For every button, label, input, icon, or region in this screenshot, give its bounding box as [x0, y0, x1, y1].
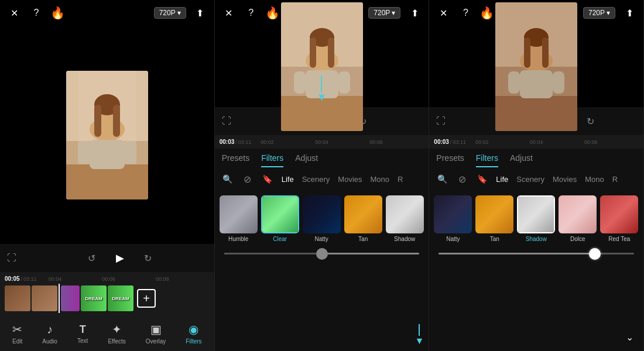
cat-movies-3[interactable]: Movies — [550, 175, 579, 184]
filter-tabs-2: Presets Filters Adjust — [215, 149, 429, 167]
help-button-1[interactable]: ? — [28, 5, 44, 21]
topbar-left-3: ✕ ? 🔥 — [435, 5, 494, 21]
filter-humble[interactable]: Humble — [220, 195, 258, 242]
topbar-right-3: 720P ▾ ⬆ — [583, 5, 638, 21]
tab-filters-2[interactable]: Filters — [261, 153, 283, 167]
timeline-ruler-3: 00:03 / 03:11 00:02 00:04 00:06 — [429, 137, 643, 146]
filter-thumb-shadow-3 — [517, 195, 555, 233]
filter-thumb-natty — [303, 195, 341, 233]
svg-rect-18 — [310, 37, 316, 68]
tab-filters-3[interactable]: Filters — [476, 153, 498, 167]
video-preview-3 — [429, 26, 643, 107]
cat-movies-2[interactable]: Movies — [335, 175, 364, 184]
tab-presets-3[interactable]: Presets — [436, 153, 464, 167]
help-button-2[interactable]: ? — [243, 5, 259, 21]
svg-rect-8 — [113, 105, 120, 137]
cat-mono-2[interactable]: Mono — [368, 175, 392, 184]
topbar-left-2: ✕ ? 🔥 — [221, 5, 280, 21]
svg-rect-10 — [78, 141, 90, 164]
bookmark-icon-3[interactable]: 🔖 — [474, 171, 490, 187]
filter-thumb-natty-3 — [434, 195, 472, 233]
tool-overlay[interactable]: ▣ Overlay — [141, 320, 170, 347]
svg-rect-9 — [90, 140, 125, 169]
play-btn-1[interactable]: ▶ — [111, 249, 129, 267]
cat-life-3[interactable]: Life — [494, 175, 511, 184]
expand-collapse-btn-3[interactable]: ⌄ — [620, 328, 639, 346]
track-thumb-3 — [61, 285, 80, 311]
timeline-2: 00:03 / 03:11 00:02 00:04 00:06 — [215, 135, 429, 149]
svg-rect-25 — [495, 96, 577, 131]
tool-edit[interactable]: ✂ Edit — [8, 320, 27, 347]
timeline-1: 00:05 / 03:11 00:04 00:06 00:08 DREAM DR… — [0, 272, 214, 316]
timeline-ruler-2: 00:03 / 03:11 00:02 00:04 00:06 — [215, 137, 429, 146]
filter-shadow-3[interactable]: Shadow — [517, 195, 555, 242]
filter-categories-2: 🔍 ⊘ 🔖 Life Scenery Movies Mono R — [215, 167, 429, 191]
expand-btn-1[interactable]: ⛶ — [5, 251, 19, 265]
slider-container-2 — [215, 247, 429, 260]
track-thumb-dream-2: DREAM — [108, 285, 133, 311]
panel-3: ✕ ? 🔥 720P ▾ ⬆ — [429, 0, 644, 351]
slider-container-3[interactable] — [429, 247, 643, 260]
close-button-1[interactable]: ✕ — [6, 5, 22, 21]
timeline-tracks-1[interactable]: DREAM DREAM + — [0, 283, 214, 314]
tool-text[interactable]: T Text — [73, 321, 93, 346]
cat-scenery-3[interactable]: Scenery — [514, 175, 547, 184]
filter-shadow[interactable]: Shadow — [386, 195, 424, 242]
quality-selector-1[interactable]: 720P ▾ — [154, 7, 186, 19]
expand-btn-3[interactable]: ⛶ — [434, 114, 448, 128]
flame-icon-1: 🔥 — [50, 6, 65, 20]
filter-clear[interactable]: Clear — [261, 195, 299, 242]
help-button-3[interactable]: ? — [457, 5, 474, 21]
bookmark-icon-2[interactable]: 🔖 — [259, 171, 276, 187]
tool-effects[interactable]: ✦ Effects — [103, 320, 130, 347]
filter-redtea-3[interactable]: Red Tea — [600, 195, 638, 242]
timeline-ruler-1: 00:05 / 03:11 00:04 00:06 00:08 — [0, 274, 214, 283]
redo-btn-1[interactable]: ↻ — [141, 251, 155, 265]
svg-rect-3 — [66, 164, 148, 199]
filter-natty[interactable]: Natty — [303, 195, 341, 242]
tool-audio[interactable]: ♪ Audio — [37, 321, 62, 347]
upload-button-1[interactable]: ⬆ — [192, 5, 208, 21]
tab-adjust-3[interactable]: Adjust — [510, 153, 533, 167]
slider-track-2[interactable] — [224, 253, 420, 254]
svg-rect-19 — [328, 37, 334, 68]
timeline-3: 00:03 / 03:11 00:02 00:04 00:06 — [429, 135, 643, 149]
filter-grid-3: Natty Tan Shadow Dolce Red Tea — [429, 191, 643, 247]
video-thumbnail-3 — [495, 2, 577, 131]
panel-1: ✕ ? 🔥 720P ▾ ⬆ — [0, 0, 215, 351]
filter-dolce-3[interactable]: Dolce — [559, 195, 597, 242]
slider-track-3[interactable] — [439, 253, 634, 254]
topbar-1: ✕ ? 🔥 720P ▾ ⬆ — [0, 0, 214, 26]
cat-life-2[interactable]: Life — [279, 175, 296, 184]
search-icon-2[interactable]: 🔍 — [220, 171, 236, 187]
svg-rect-11 — [125, 141, 136, 164]
ban-icon-3[interactable]: ⊘ — [454, 171, 470, 187]
filter-natty-3[interactable]: Natty — [434, 195, 472, 242]
filter-tan[interactable]: Tan — [344, 195, 382, 242]
cat-r-3[interactable]: R — [610, 175, 620, 184]
expand-btn-2[interactable]: ⛶ — [220, 114, 234, 128]
add-track-button[interactable]: + — [137, 289, 156, 308]
close-button-3[interactable]: ✕ — [435, 5, 451, 21]
tool-filters[interactable]: ◉ Filters — [181, 320, 206, 347]
undo-btn-1[interactable]: ↺ — [85, 251, 99, 265]
search-icon-3[interactable]: 🔍 — [434, 171, 450, 187]
svg-rect-29 — [524, 37, 530, 68]
video-thumbnail-1 — [66, 71, 148, 199]
cat-r-2[interactable]: R — [395, 175, 405, 184]
close-button-2[interactable]: ✕ — [221, 5, 237, 21]
quality-selector-3[interactable]: 720P ▾ — [583, 7, 615, 19]
ban-icon-2[interactable]: ⊘ — [239, 171, 256, 187]
upload-button-2[interactable]: ⬆ — [406, 5, 423, 21]
redo-btn-3[interactable]: ↻ — [583, 114, 597, 128]
upload-button-3[interactable]: ⬆ — [621, 5, 638, 21]
bottom-toolbar-1: ✂ Edit ♪ Audio T Text ✦ Effects ▣ Overla… — [0, 316, 214, 351]
tab-adjust-2[interactable]: Adjust — [295, 153, 318, 167]
tab-presets-2[interactable]: Presets — [222, 153, 249, 167]
cyan-arrow-indicator: ▼ — [317, 75, 327, 102]
cat-scenery-2[interactable]: Scenery — [300, 175, 333, 184]
filter-grid-2: Humble Clear Natty Tan Shadow — [215, 191, 429, 247]
cat-mono-3[interactable]: Mono — [583, 175, 607, 184]
filter-tan-3[interactable]: Tan — [475, 195, 513, 242]
quality-selector-2[interactable]: 720P ▾ — [368, 7, 400, 19]
